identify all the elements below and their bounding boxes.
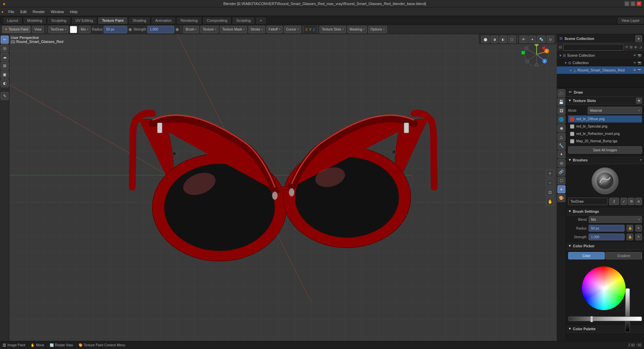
color-picker-header[interactable]: ▾ Color Picker: [566, 242, 644, 250]
scene-eye-icon[interactable]: 👁: [633, 54, 636, 57]
stroke-dropdown[interactable]: Stroke ▾: [248, 26, 265, 33]
frame-icon[interactable]: ⊡: [546, 188, 554, 196]
radius-input[interactable]: 50 px: [104, 26, 127, 33]
funnel-icon[interactable]: ⊿: [639, 45, 642, 49]
props-render-tab[interactable]: 🎥: [557, 89, 565, 97]
sync-icon[interactable]: ⟳: [625, 45, 628, 49]
tab-compositing[interactable]: Compositing: [202, 17, 232, 24]
tab-modeling[interactable]: Modeling: [23, 17, 47, 24]
draw-tool[interactable]: ✏: [1, 36, 9, 44]
radius-pen-icon[interactable]: ✎: [635, 225, 642, 232]
brush-settings-header[interactable]: ▾ Brush Settings: [566, 207, 644, 215]
strength-settings-value[interactable]: 1.000: [589, 234, 625, 240]
tab-uv-editing[interactable]: UV Editing: [71, 17, 97, 24]
color-tab[interactable]: Color: [568, 252, 605, 259]
clone-tool[interactable]: ⊞: [1, 62, 9, 70]
outliner-add-btn[interactable]: +: [635, 35, 642, 42]
zoom-in-icon[interactable]: +: [546, 169, 554, 178]
mode-indicator[interactable]: ▼ Texture Paint: [2, 26, 31, 33]
props-data-tab[interactable]: ⬡: [557, 177, 565, 185]
radius-adjust-icon[interactable]: ⊕: [129, 27, 132, 32]
color-swatch[interactable]: [70, 26, 77, 33]
texture-item-3[interactable]: Map_20_Normal_Bump.tga: [568, 138, 642, 145]
menu-file[interactable]: File: [6, 9, 17, 14]
shading-wire-btn[interactable]: ⬡: [508, 36, 516, 43]
strength-adjust-icon[interactable]: ⊕: [176, 27, 179, 32]
shading-rendered-btn[interactable]: ◐: [499, 36, 507, 43]
collection-eye-icon[interactable]: 👁: [633, 61, 636, 64]
strength-lock-icon[interactable]: 🔓: [627, 234, 633, 240]
zoom-out-icon[interactable]: −: [546, 179, 554, 187]
radius-lock-icon[interactable]: 🔓: [627, 225, 633, 232]
sort-icon[interactable]: ⊞: [630, 45, 633, 49]
props-particle-tab[interactable]: ✦: [557, 150, 565, 158]
tab-rendering[interactable]: Rendering: [176, 17, 202, 24]
falloff-dropdown[interactable]: Falloff ▾: [266, 26, 283, 33]
snap-btn[interactable]: 🔩: [537, 36, 546, 43]
props-physics-tab[interactable]: ◎: [557, 159, 565, 167]
gradient-tab[interactable]: Gradient: [605, 252, 642, 259]
strength-input[interactable]: 1.000: [147, 26, 174, 33]
texture-item-0[interactable]: red_br_Diffuse.png: [568, 115, 642, 123]
fill-tool[interactable]: ▣: [1, 70, 9, 79]
glasses-object-item[interactable]: ▸ △ Round_Smart_Glasses_Red 👁 📷: [557, 66, 644, 74]
props-output-tab[interactable]: 💾: [557, 98, 565, 106]
blend-dropdown[interactable]: Mix ▾: [79, 26, 91, 33]
texture-slots-header[interactable]: ▾ Texture Slots +: [566, 97, 644, 105]
props-material-tab[interactable]: ●: [557, 185, 565, 193]
mask-tool[interactable]: ◐: [1, 79, 9, 87]
shading-material-btn[interactable]: ◑: [491, 36, 498, 43]
shading-solid-btn[interactable]: ⬤: [481, 36, 490, 43]
menu-edit[interactable]: Edit: [17, 9, 29, 14]
tab-layout[interactable]: Layout: [3, 17, 22, 24]
menu-window[interactable]: Window: [48, 9, 66, 14]
brush-delete-btn[interactable]: ✕: [635, 198, 642, 205]
tab-scripting[interactable]: Scripting: [232, 17, 255, 24]
props-view-layer-tab[interactable]: 🖼: [557, 107, 565, 115]
overlay-btn[interactable]: 👁: [519, 36, 528, 43]
strength-pen-icon[interactable]: ✎: [635, 234, 642, 240]
brush-dropdown[interactable]: Brush ▾: [183, 26, 199, 33]
texdraw-dropdown[interactable]: TexDraw ▾: [48, 26, 68, 33]
annotate-tool[interactable]: ✎: [1, 92, 9, 100]
texture-mask-dropdown[interactable]: Texture Mask ▾: [220, 26, 247, 33]
texture-item-1[interactable]: red_br_Specular.png: [568, 123, 642, 130]
props-constraint-tab[interactable]: 🔗: [557, 168, 565, 176]
texture-dropdown[interactable]: Texture ▾: [200, 26, 218, 33]
view-btn[interactable]: View: [32, 26, 44, 33]
color-hue-slider[interactable]: [568, 316, 642, 321]
texture-slots-dropdown[interactable]: Texture Slots ▾: [319, 26, 346, 33]
minimize-btn[interactable]: ─: [625, 1, 629, 6]
outliner-search[interactable]: [563, 44, 624, 51]
tab-add[interactable]: +: [255, 17, 266, 24]
options-dropdown[interactable]: Options ▾: [368, 26, 387, 33]
smear-tool[interactable]: ☁: [1, 53, 9, 61]
menu-render[interactable]: Render: [30, 9, 47, 14]
brush-fake-user-btn[interactable]: ✓: [621, 198, 627, 205]
object-render-icon[interactable]: 📷: [638, 68, 641, 72]
masking-dropdown[interactable]: Masking ▾: [347, 26, 367, 33]
menu-help[interactable]: Help: [67, 9, 81, 14]
maximize-btn[interactable]: □: [631, 1, 635, 6]
brush-copy-btn[interactable]: ⧉: [628, 198, 635, 205]
proportional-btn[interactable]: ⊙: [547, 36, 554, 43]
props-texture-tab[interactable]: 🎨: [557, 194, 565, 202]
props-modifier-tab[interactable]: 🔧: [557, 142, 565, 150]
scene-render-icon[interactable]: 📷: [638, 54, 641, 57]
props-object-tab[interactable]: △: [557, 133, 565, 141]
tab-sculpting[interactable]: Sculpting: [47, 17, 71, 24]
pan-icon[interactable]: ✋: [546, 198, 554, 206]
brushes-header[interactable]: ▾ Brushes ▾: [566, 156, 644, 164]
tab-view-layer[interactable]: View Layer: [617, 17, 644, 24]
brush-name-field[interactable]: TexDraw: [568, 198, 608, 205]
tab-texture-paint[interactable]: Texture Paint: [98, 17, 128, 24]
tab-animation[interactable]: Animation: [151, 17, 176, 24]
texture-item-2[interactable]: red_br_Refraction_invert.png: [568, 130, 642, 138]
cursor-dropdown[interactable]: Cursor ▾: [284, 26, 301, 33]
eye-icon[interactable]: 👁: [634, 45, 638, 49]
collection-item[interactable]: ▾ ⊞ Collection 👁 📷: [557, 59, 644, 66]
viewport[interactable]: User Perspective (1) Round_Smart_Glasses…: [9, 34, 557, 341]
save-all-images-btn[interactable]: Save All Images: [568, 146, 642, 154]
scene-collection-item[interactable]: ▾ ⊞ Scene Collection 👁 📷: [557, 52, 644, 59]
color-wheel-svg[interactable]: [580, 265, 627, 312]
